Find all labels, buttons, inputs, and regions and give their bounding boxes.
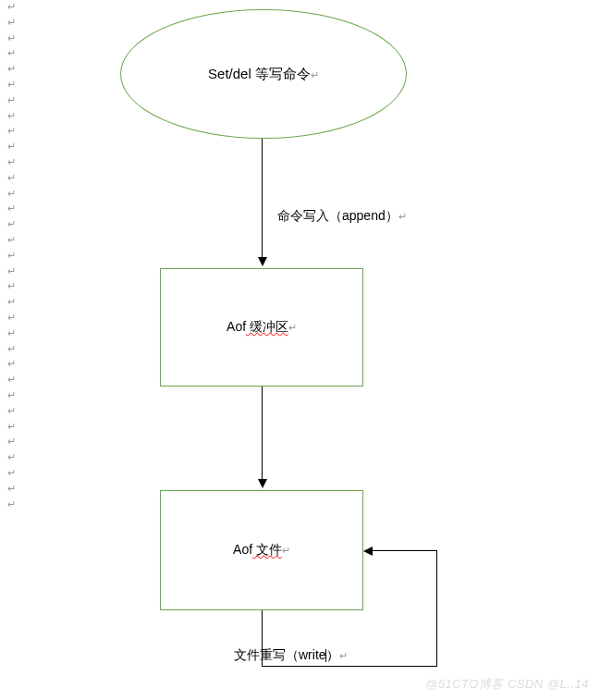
return-mark-icon: ↵: [6, 344, 17, 354]
return-mark-icon: ↵: [6, 219, 17, 229]
return-mark-icon: ↵: [6, 297, 17, 307]
label-append: 命令写入（append）↵: [277, 208, 407, 225]
return-mark-icon: ↵: [6, 281, 17, 291]
return-mark-icon: ↵: [6, 80, 17, 90]
return-mark-icon: ↵: [6, 313, 17, 323]
return-mark-icon: ↵: [6, 251, 17, 261]
return-mark-icon: ↵: [6, 266, 17, 276]
return-mark-icon: ↵: [6, 48, 17, 58]
return-mark-icon: ↵: [6, 64, 17, 74]
return-mark-icon: ↵: [6, 452, 17, 462]
node-aof-buffer: Aof 缓冲区↵: [160, 268, 363, 387]
return-mark-icon: ↵: [6, 203, 17, 214]
return-mark-icon: ↵: [6, 33, 17, 43]
return-mark-icon: ↵: [6, 126, 17, 136]
return-mark-icon: ↵: [6, 499, 17, 510]
return-mark-icon: ↵: [6, 390, 17, 400]
node-aof-file: Aof 文件↵: [160, 490, 363, 610]
return-mark-icon: ↵: [6, 375, 17, 385]
return-mark-icon: ↵: [6, 111, 17, 121]
arrowhead-buffer-to-file: [258, 479, 267, 488]
return-mark-icon: ↵: [6, 157, 17, 167]
loop-seg-left: [373, 550, 437, 551]
arrow-buffer-to-file: [262, 387, 263, 481]
return-mark-icon: ↵: [6, 18, 17, 28]
return-mark-icon: ↵: [6, 359, 17, 369]
return-mark-icon: ↵: [6, 141, 17, 152]
return-mark-icon: ↵: [6, 235, 17, 245]
arrow-commands-to-buffer: [262, 139, 263, 259]
return-mark-icon: ↵: [6, 189, 17, 199]
node-commands-ellipse: Set/del 等写命令↵: [120, 9, 407, 139]
return-mark-icon: ↵: [6, 436, 17, 447]
return-mark-icon: ↵: [6, 328, 17, 338]
loop-seg-right: [262, 666, 437, 667]
loop-seg-up: [436, 550, 437, 667]
return-mark-icon: ↵: [6, 406, 17, 416]
return-mark-icon: ↵: [6, 2, 17, 12]
node-aof-buffer-label: Aof 缓冲区↵: [227, 319, 297, 336]
return-mark-icon: ↵: [6, 468, 17, 478]
node-aof-file-label: Aof 文件↵: [233, 542, 290, 559]
arrowhead-loop: [363, 546, 373, 556]
margin-return-marks: ↵↵↵↵↵↵↵↵↵↵↵↵↵↵↵↵↵↵↵↵↵↵↵↵↵↵↵↵↵↵↵↵↵: [6, 2, 17, 510]
return-mark-icon: ↵: [6, 484, 17, 494]
return-mark-icon: ↵: [6, 422, 17, 432]
watermark: @51CTO博客 CSDN @L..14: [425, 676, 589, 693]
return-mark-icon: ↵: [6, 95, 17, 105]
return-mark-icon: ↵: [6, 173, 17, 183]
arrowhead-commands-to-buffer: [258, 257, 267, 266]
node-commands-label: Set/del 等写命令↵: [208, 66, 319, 83]
label-rewrite: 文件重写（write）↵: [234, 647, 348, 664]
